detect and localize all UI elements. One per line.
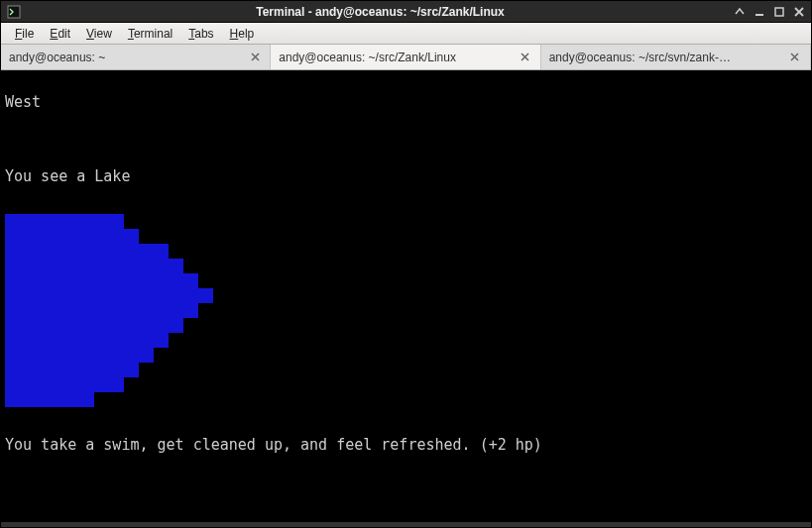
close-button[interactable] (793, 6, 805, 18)
lake-cell (5, 214, 20, 229)
lake-cell (109, 363, 124, 377)
lake-cell (35, 363, 50, 377)
lake-cell (20, 288, 35, 303)
lake-cell (79, 363, 94, 377)
blank-line (5, 130, 807, 149)
lake-cell (79, 273, 94, 288)
window-controls (734, 6, 805, 18)
lake-cell (79, 244, 94, 259)
lake-cell (35, 333, 50, 348)
lake-cell (139, 377, 154, 392)
lake-cell (169, 303, 183, 318)
lake-cell (139, 273, 154, 288)
lake-cell (5, 259, 20, 273)
tab-2[interactable]: andy@oceanus: ~/src/svn/zank-… (541, 45, 811, 69)
lake-cell (94, 288, 109, 303)
menu-help[interactable]: Help (222, 25, 263, 43)
lake-cell (94, 348, 109, 363)
svg-rect-1 (755, 14, 763, 16)
lake-cell (94, 229, 109, 244)
lake-cell (198, 377, 213, 392)
lake-cell (198, 229, 213, 244)
location-heading: West (5, 93, 807, 112)
lake-cell (35, 318, 50, 333)
lake-cell (79, 392, 94, 407)
menu-view[interactable]: View (78, 25, 120, 43)
lake-cell (154, 229, 169, 244)
lake-cell (183, 333, 198, 348)
lake-cell (35, 303, 50, 318)
lake-cell (94, 273, 109, 288)
lake-cell (35, 259, 50, 273)
menu-terminal[interactable]: Terminal (120, 25, 180, 43)
lake-cell (64, 214, 79, 229)
lake-cell (183, 392, 198, 407)
tab-close-icon[interactable] (519, 51, 532, 64)
lake-cell (64, 333, 79, 348)
lake-cell (50, 348, 64, 363)
lake-cell (139, 303, 154, 318)
lake-row (5, 288, 807, 303)
lake-cell (124, 244, 139, 259)
lake-cell (20, 318, 35, 333)
lake-cell (109, 229, 124, 244)
lake-cell (183, 214, 198, 229)
tab-close-icon[interactable] (788, 51, 802, 64)
menu-edit[interactable]: Edit (42, 25, 78, 43)
terminal-app-icon (7, 5, 21, 19)
lake-cell (183, 229, 198, 244)
lake-cell (109, 377, 124, 392)
lake-cell (20, 348, 35, 363)
menu-label: dit (58, 27, 70, 41)
lake-cell (109, 318, 124, 333)
lake-cell (198, 348, 213, 363)
lake-cell (169, 363, 183, 377)
lake-cell (124, 363, 139, 377)
lake-cell (198, 318, 213, 333)
lake-cell (154, 348, 169, 363)
lake-cell (64, 244, 79, 259)
menu-file[interactable]: File (7, 25, 42, 43)
lake-cell (183, 318, 198, 333)
lake-row (5, 273, 807, 288)
lake-cell (169, 377, 183, 392)
lake-cell (139, 392, 154, 407)
lake-cell (5, 229, 20, 244)
window-titlebar[interactable]: Terminal - andy@oceanus: ~/src/Zank/Linu… (1, 1, 811, 23)
lake-cell (109, 303, 124, 318)
lake-cell (64, 348, 79, 363)
tab-1[interactable]: andy@oceanus: ~/src/Zank/Linux (271, 45, 540, 69)
lake-cell (64, 363, 79, 377)
lake-cell (109, 333, 124, 348)
lake-cell (169, 259, 183, 273)
tab-close-icon[interactable] (248, 51, 262, 64)
lake-cell (50, 273, 64, 288)
tab-0[interactable]: andy@oceanus: ~ (1, 45, 271, 69)
minimize-button[interactable] (754, 6, 765, 18)
maximize-button[interactable] (773, 6, 785, 18)
lake-cell (64, 318, 79, 333)
lake-cell (124, 259, 139, 273)
menu-label: ile (22, 27, 34, 41)
menu-label: abs (194, 27, 213, 41)
lake-cell (154, 333, 169, 348)
shade-button[interactable] (734, 6, 746, 18)
lake-cell (50, 214, 64, 229)
lake-cell (183, 363, 198, 377)
lake-cell (50, 229, 64, 244)
lake-row (5, 363, 807, 377)
lake-cell (198, 214, 213, 229)
lake-cell (124, 303, 139, 318)
menu-tabs[interactable]: Tabs (180, 25, 221, 43)
lake-cell (5, 333, 20, 348)
lake-cell (5, 303, 20, 318)
terminal-viewport[interactable]: West You see a Lake You take a swim, get… (1, 70, 811, 522)
lake-cell (154, 377, 169, 392)
lake-cell (64, 259, 79, 273)
lake-cell (124, 229, 139, 244)
lake-cell (154, 273, 169, 288)
lake-cell (35, 392, 50, 407)
lake-cell (5, 377, 20, 392)
lake-cell (183, 303, 198, 318)
lake-row (5, 333, 807, 348)
